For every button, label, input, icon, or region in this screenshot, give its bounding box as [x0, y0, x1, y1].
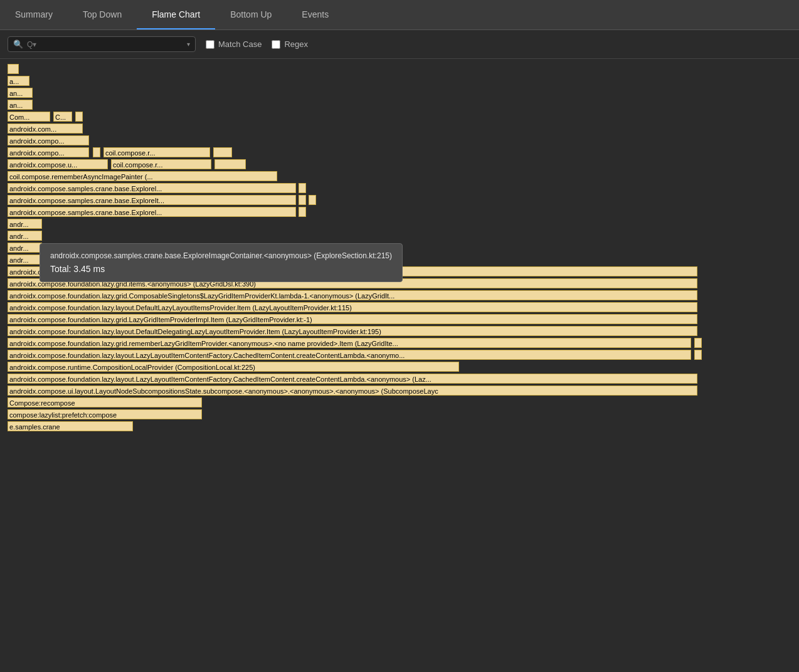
flame-bar[interactable]: andr... — [8, 231, 42, 241]
flame-bar[interactable] — [299, 195, 306, 205]
flame-row: androidx.compose.samples.crane.base.Expl… — [0, 207, 799, 218]
tooltip: androidx.compose.samples.crane.base.Expl… — [40, 243, 403, 282]
flame-bar[interactable]: androidx.compose.foundation.lazy.grid.re… — [8, 338, 691, 348]
flame-row: androidx.compose.foundation.lazy.layout.… — [0, 302, 799, 313]
regex-checkbox-label[interactable]: Regex — [272, 39, 308, 49]
flame-bar[interactable]: androidx.compose.samples.crane.base.Expl… — [8, 207, 296, 217]
flame-row: androidx.compose.foundation.lazy.layout.… — [0, 326, 799, 337]
flame-row: androidx.compose.foundation.lazy.grid.La… — [0, 314, 799, 325]
flame-row: andr... — [0, 219, 799, 230]
flame-row: compose:lazylist:prefetch:compose — [0, 409, 799, 421]
search-bar: 🔍 ▾ Match Case Regex — [0, 30, 799, 59]
flame-bar[interactable]: an... — [8, 100, 33, 110]
flame-bar[interactable]: androidx.compose.foundation.lazy.grid.Co… — [8, 290, 697, 300]
flame-row: an... — [0, 88, 799, 99]
flame-row: andr... — [0, 231, 799, 242]
tab-bar: Summary Top Down Flame Chart Bottom Up E… — [0, 0, 799, 30]
flame-bar[interactable]: androidx.compose.u... — [8, 159, 108, 169]
flame-bar[interactable] — [75, 112, 83, 122]
flame-bar[interactable] — [309, 195, 316, 205]
flame-bar[interactable]: coil.compose.r... — [111, 159, 211, 169]
flame-row: a... — [0, 76, 799, 87]
search-input[interactable] — [27, 40, 183, 49]
tab-flame-chart[interactable]: Flame Chart — [137, 0, 215, 29]
flame-bar[interactable]: androidx.compose.runtime.CompositionLoca… — [8, 362, 459, 372]
flame-row: androidx.compose.u...coil.compose.r... — [0, 159, 799, 171]
flame-row: an... — [0, 100, 799, 111]
flame-bar[interactable]: androidx.compose.foundation.lazy.layout.… — [8, 374, 697, 384]
flame-bar[interactable]: andr... — [8, 243, 42, 253]
tooltip-title: androidx.compose.samples.crane.base.Expl… — [50, 251, 392, 260]
flame-bar[interactable]: androidx.compose.ui.layout.LayoutNodeSub… — [8, 386, 697, 396]
flame-bar[interactable]: androidx.compose.samples.crane.base.Expl… — [8, 195, 296, 205]
search-chevron-icon: ▾ — [187, 41, 190, 48]
flame-bar[interactable]: androidx.compo... — [8, 147, 89, 157]
flame-row: androidx.compose.samples.crane.base.Expl… — [0, 183, 799, 194]
flame-bar[interactable] — [299, 183, 306, 193]
flame-bar[interactable]: Compose:recompose — [8, 397, 202, 407]
flame-bar[interactable]: compose:lazylist:prefetch:compose — [8, 409, 202, 419]
flame-row: androidx.compose.ui.layout.LayoutNodeSub… — [0, 386, 799, 397]
flame-bar[interactable]: e.samples.crane — [8, 421, 133, 431]
flame-bar[interactable]: androidx.com... — [8, 123, 83, 134]
flame-bar[interactable] — [213, 147, 232, 157]
regex-label: Regex — [284, 39, 308, 49]
flame-row: androidx.com... — [0, 123, 799, 135]
flame-bar[interactable]: androidx.compo... — [8, 135, 89, 145]
tab-bottom-up[interactable]: Bottom Up — [215, 0, 287, 29]
flame-bar[interactable]: androidx.compose.foundation.lazy.layout.… — [8, 302, 697, 312]
flame-bar[interactable]: andr... — [8, 219, 42, 229]
flame-bar[interactable] — [214, 159, 246, 169]
tab-summary[interactable]: Summary — [0, 0, 68, 29]
flame-row: Compose:recompose — [0, 397, 799, 409]
tooltip-total: Total: 3.45 ms — [50, 264, 392, 274]
match-case-checkbox-label[interactable]: Match Case — [206, 39, 262, 49]
flame-bar[interactable] — [93, 147, 100, 157]
flame-bar[interactable] — [694, 350, 702, 360]
match-case-label: Match Case — [218, 39, 262, 49]
flame-bar[interactable]: coil.compose.r... — [103, 147, 210, 157]
flame-row — [0, 64, 799, 75]
flame-row: androidx.compose.foundation.lazy.layout.… — [0, 350, 799, 361]
search-input-wrapper: 🔍 ▾ — [8, 36, 196, 52]
flame-bar[interactable]: coil.compose.rememberAsyncImagePainter (… — [8, 171, 277, 181]
flame-bar[interactable]: a... — [8, 76, 29, 86]
flame-bar[interactable]: androidx.compose.samples.crane.base.Expl… — [8, 183, 296, 193]
tab-top-down[interactable]: Top Down — [68, 0, 137, 29]
flame-row: androidx.compose.foundation.lazy.grid.Co… — [0, 290, 799, 302]
flame-row: androidx.compose.samples.crane.base.Expl… — [0, 195, 799, 206]
flame-bar[interactable] — [694, 338, 702, 348]
flame-bar[interactable]: androidx.compose.foundation.lazy.layout.… — [8, 350, 691, 360]
flame-bar[interactable]: androidx.compose.foundation.lazy.grid.La… — [8, 314, 697, 324]
flame-bar[interactable] — [299, 207, 306, 217]
flame-row: coil.compose.rememberAsyncImagePainter (… — [0, 171, 799, 182]
flame-bar[interactable]: Com... — [8, 112, 50, 122]
flame-bar[interactable] — [8, 64, 19, 74]
flame-bar[interactable]: androidx.compose.foundation.lazy.layout.… — [8, 326, 697, 336]
match-case-checkbox[interactable] — [206, 40, 214, 49]
search-icon: 🔍 — [13, 39, 23, 49]
flame-row: androidx.compo... — [0, 135, 799, 147]
flame-bar[interactable]: an... — [8, 88, 33, 98]
flame-bar[interactable]: andr... — [8, 255, 42, 265]
tab-events[interactable]: Events — [287, 0, 344, 29]
regex-checkbox[interactable] — [272, 40, 280, 49]
flame-row: Com...C... — [0, 112, 799, 123]
flame-row: androidx.compose.foundation.lazy.grid.re… — [0, 338, 799, 349]
flame-row: androidx.compose.foundation.lazy.layout.… — [0, 374, 799, 385]
flame-row: androidx.compo...coil.compose.r... — [0, 147, 799, 159]
flame-row: androidx.compose.runtime.CompositionLoca… — [0, 362, 799, 373]
flame-bar[interactable]: C... — [53, 112, 72, 122]
flame-row: e.samples.crane — [0, 421, 799, 433]
